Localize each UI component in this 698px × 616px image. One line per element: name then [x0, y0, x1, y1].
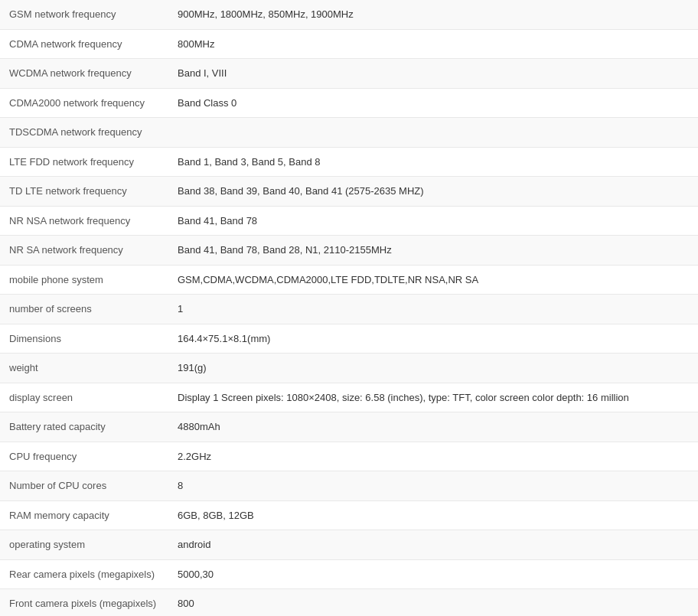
table-row: CDMA network frequency800MHz — [0, 29, 698, 59]
spec-value: Band 41, Band 78, Band 28, N1, 2110-2155… — [168, 236, 698, 266]
spec-value: 800 — [168, 589, 698, 617]
table-row: number of screens1 — [0, 295, 698, 324]
spec-value: Display 1 Screen pixels: 1080×2408, size… — [168, 383, 698, 412]
spec-value: GSM,CDMA,WCDMA,CDMA2000,LTE FDD,TDLTE,NR… — [168, 265, 698, 295]
spec-label: Number of CPU cores — [0, 471, 168, 501]
table-row: Number of CPU cores8 — [0, 471, 698, 501]
spec-table: GSM network frequency900MHz, 1800MHz, 85… — [0, 0, 698, 616]
spec-value: 1 — [168, 295, 698, 324]
table-row: weight191(g) — [0, 354, 698, 383]
spec-label: mobile phone system — [0, 265, 168, 295]
table-row: CPU frequency2.2GHz — [0, 442, 698, 471]
spec-label: RAM memory capacity — [0, 500, 168, 530]
spec-value: 6GB, 8GB, 12GB — [168, 500, 698, 530]
spec-value — [168, 118, 698, 148]
table-row: Front camera pixels (megapixels)800 — [0, 589, 698, 617]
spec-value: 5000,30 — [168, 559, 698, 589]
spec-label: Battery rated capacity — [0, 412, 168, 442]
spec-label: number of screens — [0, 295, 168, 324]
spec-label: weight — [0, 354, 168, 383]
table-row: RAM memory capacity6GB, 8GB, 12GB — [0, 500, 698, 530]
spec-value: 4880mAh — [168, 412, 698, 442]
table-row: Battery rated capacity4880mAh — [0, 412, 698, 442]
spec-label: NR SA network frequency — [0, 236, 168, 266]
spec-label: CPU frequency — [0, 442, 168, 471]
spec-value: Band 1, Band 3, Band 5, Band 8 — [168, 147, 698, 177]
spec-value: 191(g) — [168, 354, 698, 383]
spec-label: LTE FDD network frequency — [0, 147, 168, 177]
spec-label: GSM network frequency — [0, 0, 168, 29]
spec-value: 800MHz — [168, 29, 698, 59]
spec-label: CDMA network frequency — [0, 29, 168, 59]
table-row: WCDMA network frequencyBand I, VIII — [0, 59, 698, 89]
spec-value: 164.4×75.1×8.1(mm) — [168, 324, 698, 354]
table-row: operating systemandroid — [0, 530, 698, 560]
spec-label: operating system — [0, 530, 168, 560]
table-row: LTE FDD network frequencyBand 1, Band 3,… — [0, 147, 698, 177]
spec-label: WCDMA network frequency — [0, 59, 168, 89]
spec-value: Band 38, Band 39, Band 40, Band 41 (2575… — [168, 177, 698, 207]
spec-value: Band 41, Band 78 — [168, 206, 698, 236]
table-row: display screenDisplay 1 Screen pixels: 1… — [0, 383, 698, 412]
spec-value: android — [168, 530, 698, 560]
spec-label: NR NSA network frequency — [0, 206, 168, 236]
spec-value: 2.2GHz — [168, 442, 698, 471]
spec-value: Band I, VIII — [168, 59, 698, 89]
spec-label: CDMA2000 network frequency — [0, 88, 168, 118]
table-row: TDSCDMA network frequency — [0, 118, 698, 148]
table-row: Rear camera pixels (megapixels)5000,30 — [0, 559, 698, 589]
table-row: TD LTE network frequencyBand 38, Band 39… — [0, 177, 698, 207]
table-row: NR SA network frequencyBand 41, Band 78,… — [0, 236, 698, 266]
spec-value: Band Class 0 — [168, 88, 698, 118]
table-row: NR NSA network frequencyBand 41, Band 78 — [0, 206, 698, 236]
spec-value: 8 — [168, 471, 698, 501]
table-row: Dimensions164.4×75.1×8.1(mm) — [0, 324, 698, 354]
table-row: mobile phone systemGSM,CDMA,WCDMA,CDMA20… — [0, 265, 698, 295]
spec-label: TD LTE network frequency — [0, 177, 168, 207]
spec-label: display screen — [0, 383, 168, 412]
spec-label: Front camera pixels (megapixels) — [0, 589, 168, 617]
spec-label: Rear camera pixels (megapixels) — [0, 559, 168, 589]
table-row: GSM network frequency900MHz, 1800MHz, 85… — [0, 0, 698, 29]
table-row: CDMA2000 network frequencyBand Class 0 — [0, 88, 698, 118]
spec-label: TDSCDMA network frequency — [0, 118, 168, 148]
spec-value: 900MHz, 1800MHz, 850MHz, 1900MHz — [168, 0, 698, 29]
spec-label: Dimensions — [0, 324, 168, 354]
